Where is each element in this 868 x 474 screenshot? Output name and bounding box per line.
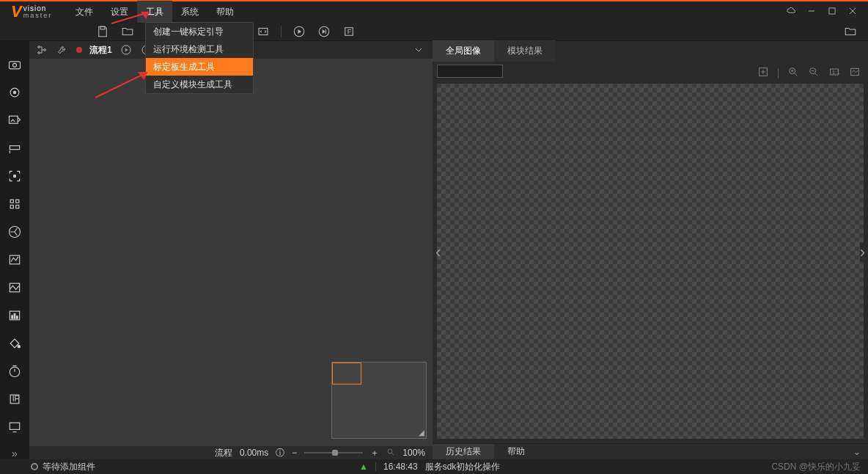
viewer-prev-icon[interactable]: ‹ bbox=[435, 243, 441, 262]
right-panel: 全局图像 模块结果 1:1 ‹ › 历史结果 帮助 ⌄ bbox=[433, 41, 868, 459]
play-next-icon[interactable] bbox=[317, 24, 331, 39]
dd-custom-module-gen[interactable]: 自定义模块生成工具 bbox=[146, 76, 253, 93]
if-icon[interactable]: IF bbox=[6, 392, 23, 406]
svg-rect-19 bbox=[10, 62, 21, 69]
menu-system[interactable]: 系统 bbox=[172, 1, 207, 23]
dd-calibration-wizard[interactable]: 创建一键标定引导 bbox=[146, 23, 253, 40]
svg-rect-23 bbox=[10, 116, 18, 123]
statusbar-separator bbox=[375, 462, 376, 471]
terrain-icon[interactable] bbox=[6, 280, 23, 295]
flow-tree-icon[interactable] bbox=[35, 43, 48, 56]
zoom-slider[interactable] bbox=[304, 452, 363, 453]
cloud-icon[interactable] bbox=[786, 6, 796, 18]
tab-help[interactable]: 帮助 bbox=[494, 444, 538, 460]
camera-icon[interactable] bbox=[6, 57, 23, 72]
open-folder-icon[interactable] bbox=[120, 24, 135, 39]
zoom-out-icon[interactable]: − bbox=[292, 448, 297, 458]
paint-bucket-icon[interactable] bbox=[6, 336, 23, 351]
main-toolbar: var F bbox=[0, 22, 868, 41]
svg-text:F: F bbox=[347, 28, 352, 35]
svg-rect-4 bbox=[100, 26, 105, 29]
minimap-resize-icon: ◢ bbox=[419, 429, 424, 437]
tab-history-result[interactable]: 历史结果 bbox=[433, 444, 494, 460]
monitor-icon[interactable] bbox=[6, 420, 23, 434]
play-icon[interactable] bbox=[292, 24, 306, 39]
flow-minimap[interactable]: ◢ bbox=[331, 362, 427, 439]
bottom-tabs-chevron-icon[interactable]: ⌄ bbox=[853, 447, 861, 457]
histogram-icon[interactable] bbox=[6, 308, 23, 323]
image-viewer: 1:1 ‹ › bbox=[433, 62, 868, 443]
flow-info-icon[interactable]: ⓘ bbox=[276, 447, 284, 459]
zoom-out-viewer-icon[interactable] bbox=[808, 66, 820, 80]
close-button[interactable] bbox=[847, 6, 858, 18]
ruler-icon[interactable] bbox=[6, 141, 23, 156]
flow-wrench-icon[interactable] bbox=[56, 43, 69, 56]
svg-line-64 bbox=[815, 73, 817, 76]
flow-status-dot bbox=[76, 47, 82, 53]
chart-icon[interactable] bbox=[6, 252, 23, 267]
svg-line-55 bbox=[392, 453, 394, 455]
status-ok-icon: ▲ bbox=[359, 462, 368, 472]
svg-point-47 bbox=[38, 52, 40, 54]
target-icon[interactable] bbox=[6, 85, 23, 100]
svg-text:1:1: 1:1 bbox=[832, 69, 840, 76]
tab-global-image[interactable]: 全局图像 bbox=[433, 40, 494, 62]
fit-viewer-icon[interactable]: 1:1 bbox=[828, 66, 840, 80]
expand-toolbox-icon[interactable]: » bbox=[12, 448, 18, 459]
svg-rect-27 bbox=[10, 200, 13, 203]
timer-icon[interactable] bbox=[6, 364, 23, 379]
menu-help[interactable]: 帮助 bbox=[207, 1, 243, 23]
function-icon[interactable]: F bbox=[342, 24, 356, 39]
tab-module-result[interactable]: 模块结果 bbox=[494, 40, 556, 62]
svg-point-48 bbox=[44, 49, 46, 51]
maximize-button[interactable] bbox=[827, 6, 837, 18]
viewer-canvas[interactable] bbox=[437, 84, 864, 439]
dd-runtime-check[interactable]: 运行环境检测工具 bbox=[146, 40, 253, 58]
focus-icon[interactable] bbox=[6, 169, 23, 183]
svg-point-46 bbox=[38, 46, 40, 48]
logo-v-icon: V bbox=[11, 4, 22, 20]
svg-text:IF: IF bbox=[12, 395, 19, 403]
zoom-in-viewer-icon[interactable] bbox=[787, 66, 799, 80]
open-folder-right-icon[interactable] bbox=[843, 24, 858, 39]
dd-calibration-board-gen[interactable]: 标定板生成工具 bbox=[146, 58, 253, 76]
minimize-button[interactable] bbox=[806, 6, 817, 18]
image-edit-icon[interactable] bbox=[6, 113, 23, 128]
status-credit: CSDN @快乐的小九妥 bbox=[771, 461, 861, 473]
svg-marker-13 bbox=[298, 29, 302, 34]
flow-play-icon[interactable] bbox=[119, 43, 133, 56]
fullscreen-viewer-icon[interactable] bbox=[849, 66, 861, 80]
toolbar-separator bbox=[281, 26, 282, 37]
svg-rect-44 bbox=[10, 423, 19, 429]
status-dot-icon bbox=[31, 463, 38, 470]
code-icon[interactable] bbox=[256, 24, 271, 39]
zoom-search-icon[interactable] bbox=[386, 448, 395, 459]
svg-rect-1 bbox=[829, 7, 835, 13]
save-icon[interactable] bbox=[95, 24, 110, 39]
right-bottom-tabs: 历史结果 帮助 ⌄ bbox=[433, 443, 868, 459]
viewer-source-select[interactable] bbox=[437, 65, 503, 78]
status-msg-text: 服务sdk初始化操作 bbox=[425, 461, 501, 473]
viewer-next-icon[interactable]: › bbox=[860, 243, 865, 262]
grid-icon[interactable] bbox=[6, 197, 23, 211]
add-layer-icon[interactable] bbox=[757, 66, 769, 80]
logo-text-bottom: master bbox=[23, 12, 53, 19]
svg-point-20 bbox=[13, 63, 17, 67]
logo-text-top: vision bbox=[23, 5, 53, 12]
menu-file[interactable]: 文件 bbox=[67, 1, 102, 23]
menu-items: 文件 设置 工具 系统 帮助 bbox=[67, 1, 243, 23]
status-bar: 等待添加组件 ▲ 16:48:43 服务sdk初始化操作 CSDN @快乐的小九… bbox=[0, 459, 868, 474]
menu-settings[interactable]: 设置 bbox=[102, 1, 137, 23]
radiation-icon[interactable] bbox=[6, 225, 23, 239]
svg-point-38 bbox=[18, 346, 20, 348]
flow-tab-chevron-down-icon[interactable] bbox=[412, 43, 425, 56]
flow-status-bar: 流程 0.00ms ⓘ − ＋ 100% bbox=[29, 446, 433, 459]
right-tabs: 全局图像 模块结果 bbox=[433, 41, 868, 62]
menu-tools[interactable]: 工具 bbox=[137, 1, 172, 23]
svg-rect-30 bbox=[16, 205, 19, 208]
minimap-viewport[interactable] bbox=[332, 362, 361, 384]
status-left-text: 等待添加组件 bbox=[43, 461, 95, 473]
zoom-in-icon[interactable]: ＋ bbox=[370, 447, 379, 459]
flow-tab-name[interactable]: 流程1 bbox=[89, 44, 112, 56]
zoom-value: 100% bbox=[402, 448, 425, 458]
